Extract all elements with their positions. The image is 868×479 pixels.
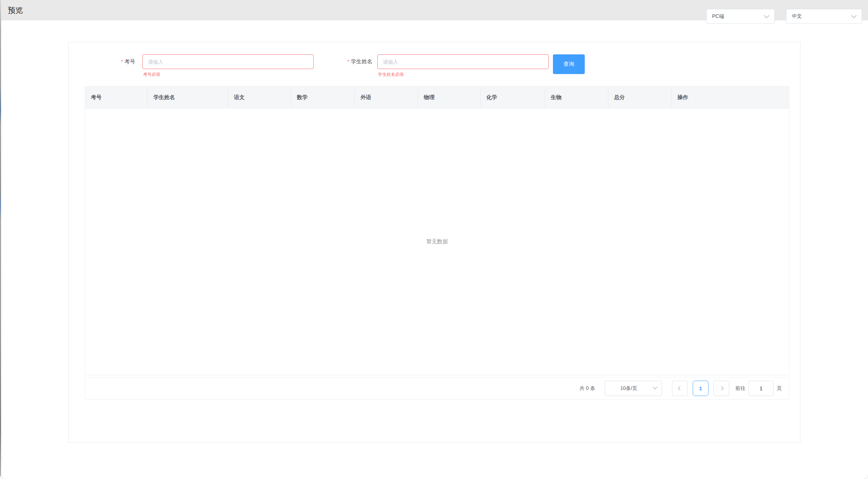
col-header-student-name: 学生姓名 <box>148 87 228 108</box>
pagination-bar: 共 0 条 10条/页 1 前往 页 <box>85 377 789 400</box>
chevron-right-icon <box>719 386 724 391</box>
page-title: 预览 <box>8 5 23 15</box>
empty-data-text: 暂无数据 <box>426 238 448 245</box>
chevron-down-icon <box>851 13 857 19</box>
col-header-chemistry: 化学 <box>481 87 545 108</box>
chevron-down-icon <box>653 385 657 390</box>
device-mode-value: PC端 <box>712 13 724 20</box>
table-body: 暂无数据 <box>85 108 789 375</box>
preview-window: 预览 PC端 中文 *考号 考号必填 *学生姓名 学生姓名必填 查询 考号 学生… <box>0 0 868 479</box>
query-button[interactable]: 查询 <box>553 54 585 74</box>
goto-page-label: 前往 <box>735 385 745 392</box>
chevron-left-icon <box>678 386 682 391</box>
chevron-down-icon <box>764 13 770 19</box>
table-header-row: 考号 学生姓名 语文 数学 外语 物理 化学 生物 总分 操作 <box>85 87 789 108</box>
goto-page-input[interactable] <box>749 381 774 396</box>
preview-card: *考号 考号必填 *学生姓名 学生姓名必填 查询 考号 学生姓名 语文 数学 外… <box>68 42 800 443</box>
student-name-input[interactable] <box>377 54 549 69</box>
next-page-button[interactable] <box>713 381 729 396</box>
exam-no-input[interactable] <box>142 54 314 69</box>
col-header-foreign-lang: 外语 <box>355 87 418 108</box>
col-header-exam-no: 考号 <box>85 87 148 108</box>
page-size-value: 10条/页 <box>620 385 637 392</box>
col-header-actions: 操作 <box>672 87 789 108</box>
device-mode-select[interactable]: PC端 <box>706 9 775 24</box>
required-asterisk: * <box>347 58 349 64</box>
language-value: 中文 <box>792 13 802 20</box>
col-header-biology: 生物 <box>545 87 608 108</box>
prev-page-button[interactable] <box>672 381 688 396</box>
page-unit-label: 页 <box>777 385 782 392</box>
col-header-math: 数学 <box>291 87 355 108</box>
language-select[interactable]: 中文 <box>786 9 862 24</box>
col-header-physics: 物理 <box>418 87 481 108</box>
required-asterisk: * <box>121 58 123 64</box>
student-name-label: *学生姓名 <box>298 58 372 65</box>
exam-no-label: *考号 <box>83 58 135 65</box>
exam-no-error: 考号必填 <box>143 72 160 78</box>
student-name-error: 学生姓名必填 <box>378 72 404 78</box>
page-size-select[interactable]: 10条/页 <box>605 381 662 396</box>
col-header-chinese: 语文 <box>228 87 291 108</box>
current-page-button[interactable]: 1 <box>693 381 708 396</box>
total-count-text: 共 0 条 <box>579 385 595 392</box>
results-table: 考号 学生姓名 语文 数学 外语 物理 化学 生物 总分 操作 暂无数据 <box>85 86 789 375</box>
background-page-sliver <box>0 0 1 479</box>
col-header-total-score: 总分 <box>608 87 672 108</box>
